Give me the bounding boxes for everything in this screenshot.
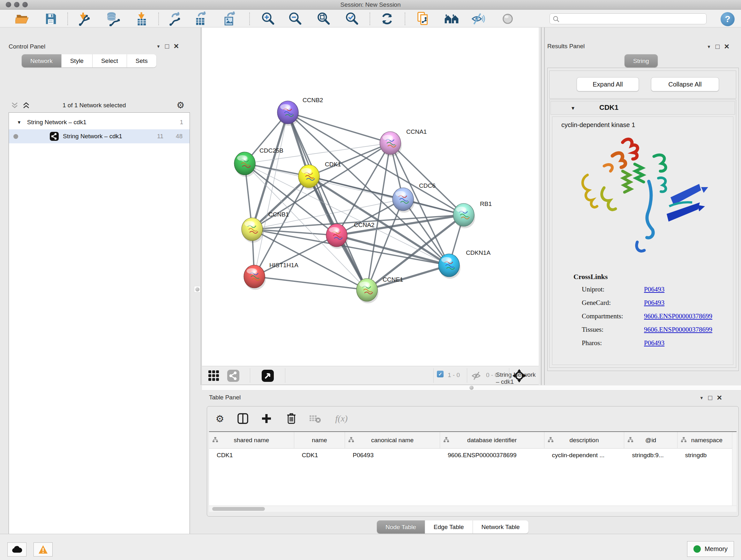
table-cell[interactable]: CDK1 <box>294 452 345 459</box>
network-graph[interactable]: CCNB2CCNA1CDC25BCDK1CDC6RB1CCNB1CCNA2CDK… <box>202 27 539 366</box>
chevron-double-down-icon[interactable] <box>11 102 18 109</box>
edge-CCNA2-HIST1H1A[interactable] <box>254 235 337 276</box>
hide-selected-button[interactable] <box>470 11 486 26</box>
gene-header[interactable]: ▼ CDK1 <box>550 101 735 115</box>
function-builder-button[interactable]: f(x) <box>330 411 353 426</box>
tab-node-table[interactable]: Node Table <box>377 520 425 534</box>
node-CDC25B[interactable]: CDC25B <box>234 147 283 177</box>
column-header-canonical-name[interactable]: canonical name <box>345 432 440 449</box>
column-header-description[interactable]: description <box>544 432 624 449</box>
network-list-options-gear-icon[interactable]: ⚙ <box>177 100 185 111</box>
node-CDC6[interactable]: CDC6 <box>393 182 435 212</box>
tab-edge-table[interactable]: Edge Table <box>425 520 473 534</box>
table-options-button[interactable]: ⚙ <box>212 411 227 426</box>
node-table[interactable]: shared namenamecanonical namedatabase id… <box>209 431 737 505</box>
zoom-in-button[interactable] <box>260 11 277 26</box>
apply-layout-button[interactable] <box>379 11 395 26</box>
table-vertical-scrollbar[interactable] <box>732 432 737 505</box>
edge-CCNE1-CDKN1A[interactable] <box>367 265 449 290</box>
clone-network-button[interactable] <box>415 11 431 26</box>
zoom-out-button[interactable] <box>287 11 304 26</box>
left-splitter-handle[interactable] <box>194 286 200 293</box>
edge-CCNE1-HIST1H1A[interactable] <box>254 276 367 290</box>
table-cell[interactable]: CDK1 <box>209 452 294 459</box>
panel-collapse-icon[interactable]: ▼ <box>699 395 704 400</box>
node-CCNA1[interactable]: CCNA1 <box>380 128 427 157</box>
node-RB1[interactable]: RB1 <box>453 200 492 228</box>
network-canvas[interactable]: CCNB2CCNA1CDC25BCDK1CDC6RB1CCNB1CCNA2CDK… <box>202 27 539 366</box>
zoom-fit-button[interactable] <box>316 11 332 26</box>
selected-checkbox[interactable]: ✓ <box>437 371 444 377</box>
left-splitter[interactable] <box>200 27 202 385</box>
node-HIST1H1A[interactable]: HIST1H1A <box>244 262 298 290</box>
cloud-button[interactable] <box>7 543 26 557</box>
expand-all-button[interactable]: Expand All <box>577 77 639 91</box>
crosslink-link[interactable]: P06493 <box>644 299 664 307</box>
scrollbar-thumb[interactable] <box>212 507 265 511</box>
edge-CCNB2-CCNE1[interactable] <box>288 112 367 290</box>
node-CCNA2[interactable]: CCNA2 <box>326 222 374 249</box>
table-cell[interactable]: cyclin-dependent ... <box>544 452 624 459</box>
create-column-button[interactable] <box>259 411 274 426</box>
tab-sets[interactable]: Sets <box>127 54 156 67</box>
network-row[interactable]: String Network – cdk1 11 48 <box>9 129 190 143</box>
table-cell[interactable]: stringdb <box>677 452 737 459</box>
help-button[interactable]: ? <box>721 12 735 26</box>
edge-CCNB2-RB1[interactable] <box>288 112 464 215</box>
open-in-browser-button[interactable] <box>261 369 274 383</box>
panel-collapse-icon[interactable]: ▼ <box>707 44 711 49</box>
tree-expand-icon[interactable]: ▼ <box>17 120 21 125</box>
table-cell[interactable]: stringdb:9... <box>624 452 677 459</box>
panel-float-icon[interactable]: □ <box>708 394 712 401</box>
table-horizontal-scrollbar[interactable] <box>209 506 737 512</box>
panel-close-icon[interactable]: ✕ <box>174 43 179 50</box>
tab-network[interactable]: Network <box>22 54 62 67</box>
crosslink-link[interactable]: 9606.ENSP00000378699 <box>644 312 712 320</box>
crosslink-link[interactable]: 9606.ENSP00000378699 <box>644 326 712 334</box>
column-header-namespace[interactable]: namespace <box>677 432 737 449</box>
crosslink-link[interactable]: P06493 <box>644 286 664 294</box>
birdseye-toggle-button[interactable] <box>512 369 526 384</box>
table-cell[interactable]: P06493 <box>345 452 440 459</box>
search-input[interactable] <box>561 14 704 23</box>
edge-CCNB1-CCNA2[interactable] <box>252 229 337 235</box>
tab-string[interactable]: String <box>624 54 658 67</box>
show-all-button[interactable] <box>499 11 516 26</box>
gene-collapse-icon[interactable]: ▼ <box>570 105 576 111</box>
node-CDKN1A[interactable]: CDKN1A <box>439 249 490 279</box>
show-columns-button[interactable] <box>235 411 251 426</box>
chevron-double-up-icon[interactable] <box>22 102 30 109</box>
delete-column-button[interactable] <box>284 411 299 426</box>
column-header-database-identifier[interactable]: database identifier <box>440 432 544 449</box>
open-session-button[interactable] <box>14 11 30 26</box>
column-header-name[interactable]: name <box>294 432 345 449</box>
tab-style[interactable]: Style <box>62 54 92 67</box>
export-image-button[interactable] <box>221 11 238 26</box>
export-network-button[interactable] <box>167 11 184 26</box>
network-view-share-button[interactable] <box>227 369 240 383</box>
network-collection-row[interactable]: ▼ String Network – cdk1 1 <box>9 115 190 129</box>
delete-table-button[interactable] <box>307 411 323 426</box>
tab-network-table[interactable]: Network Table <box>473 520 529 534</box>
bottom-splitter-handle[interactable] <box>468 385 475 390</box>
edge-CCNB2-HIST1H1A[interactable] <box>254 112 288 276</box>
grid-view-button[interactable] <box>208 370 220 383</box>
column-header--id[interactable]: @id <box>624 432 677 449</box>
collapse-all-button[interactable]: Collapse All <box>651 77 719 91</box>
memory-button[interactable]: Memory <box>687 541 734 557</box>
crosslink-link[interactable]: P06493 <box>644 339 664 347</box>
panel-float-icon[interactable]: □ <box>716 43 720 51</box>
table-cell[interactable]: 9606.ENSP00000378699 <box>440 452 544 459</box>
first-neighbors-button[interactable] <box>443 11 460 26</box>
import-table-button[interactable] <box>133 11 150 26</box>
panel-float-icon[interactable]: □ <box>165 43 169 50</box>
right-splitter[interactable] <box>541 27 545 385</box>
warnings-button[interactable] <box>33 543 53 557</box>
panel-close-icon[interactable]: ✕ <box>724 43 730 51</box>
export-table-button[interactable] <box>193 11 209 26</box>
import-network-file-button[interactable] <box>76 11 92 26</box>
zoom-selected-button[interactable] <box>344 11 360 26</box>
panel-close-icon[interactable]: ✕ <box>717 394 723 401</box>
import-network-database-button[interactable] <box>104 11 121 26</box>
panel-collapse-icon[interactable]: ▼ <box>156 44 160 49</box>
